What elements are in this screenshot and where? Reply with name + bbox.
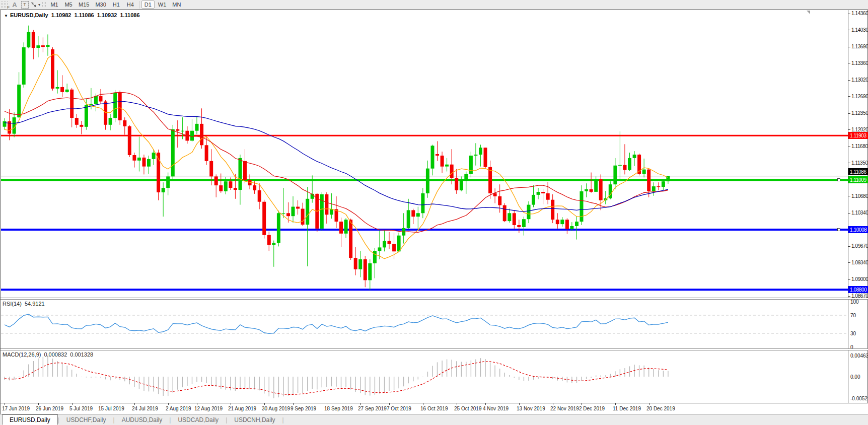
date-tick-label: 2 Dec 2019 (579, 406, 605, 411)
timeframe-w1[interactable]: W1 (156, 1, 169, 9)
main-chart-pane[interactable] (1, 10, 848, 298)
price-tick (848, 213, 850, 214)
price-tick (848, 63, 850, 63)
macd-main-value: 0.000832 (44, 351, 67, 358)
price-badge-1.10008: 1.10008 (848, 226, 868, 233)
date-tick (360, 403, 361, 405)
price-tick (848, 129, 850, 130)
date-tick (134, 403, 135, 405)
price-tick-label: 1.13690 (851, 44, 868, 49)
price-tick (848, 163, 850, 163)
date-tick (615, 403, 616, 405)
toolbar-separator (139, 1, 139, 9)
date-axis[interactable]: 17 Jun 201926 Jun 20195 Jul 201915 Jul 2… (1, 403, 868, 414)
date-tick-label: 20 Dec 2019 (646, 406, 675, 411)
date-tick-label: 30 Aug 2019 (262, 406, 290, 411)
chart-title: ▼EURUSD,Daily1.109821.110861.109321.1108… (4, 12, 143, 18)
timeframe-m15[interactable]: M15 (76, 1, 92, 9)
price-tick (848, 279, 850, 280)
chart-shift-marker[interactable] (807, 11, 810, 14)
tab-separator: | (282, 416, 284, 423)
date-tick (5, 403, 5, 405)
timeframe-mn[interactable]: MN (170, 1, 183, 9)
price-tick (848, 262, 850, 263)
ohlc-low: 1.10932 (97, 12, 117, 18)
chart-tab-eurusd[interactable]: EURUSD,Daily (2, 414, 58, 425)
timeframe-h1[interactable]: H1 (110, 1, 123, 9)
price-tick-label: 1.14030 (851, 27, 868, 33)
macd-scale-label: 0.00463 (850, 353, 868, 359)
price-tick (848, 296, 850, 297)
date-tick (101, 403, 101, 405)
date-tick (649, 403, 649, 405)
top-toolbar: F A T ▾ M1M5M15M30H1H4D1W1MN (0, 0, 868, 10)
macd-signal-value: 0.001328 (70, 351, 93, 358)
chart-tab-usdcad[interactable]: USDCAD,Daily (171, 415, 226, 425)
macd-scale-label: -0.00529 (850, 396, 868, 401)
date-tick-label: 12 Aug 2019 (194, 406, 223, 411)
price-tick (848, 147, 850, 147)
price-axis-line (848, 10, 848, 403)
date-tick-label: 13 Nov 2019 (517, 406, 545, 411)
price-tick (848, 14, 850, 14)
cursor-arrows-icon (30, 1, 37, 8)
macd-indicator-label: MACD(12,26,9)0.0008320.001328 (3, 351, 96, 358)
price-tick-label: 1.14360 (851, 11, 868, 16)
rsi-pane[interactable] (1, 300, 848, 348)
price-tick-label: 1.11680 (851, 144, 868, 149)
timeframe-d1[interactable]: D1 (141, 1, 155, 9)
toolbar-handle-f-icon[interactable]: F (1, 1, 8, 8)
date-tick-label: 2 Aug 2019 (166, 406, 191, 411)
font-tool-icon[interactable]: A (10, 1, 19, 9)
text-label-tool-button[interactable]: T (20, 1, 29, 9)
timeframe-h4[interactable]: H4 (124, 1, 137, 9)
timeframe-m30[interactable]: M30 (93, 1, 108, 9)
timeframe-toolbar: M1M5M15M30H1H4D1W1MN (47, 1, 184, 9)
date-tick-label: 17 Jun 2019 (2, 406, 30, 411)
price-tick-label: 1.09670 (851, 243, 868, 249)
price-tick (848, 196, 850, 196)
date-tick-label: 26 Jun 2019 (36, 406, 63, 411)
timeframe-m5[interactable]: M5 (62, 1, 75, 9)
date-tick (519, 403, 520, 405)
chart-tab-audusd[interactable]: AUDUSD,Daily (115, 415, 170, 425)
price-tick-label: 1.13020 (851, 77, 868, 83)
timeframe-m1[interactable]: M1 (48, 1, 61, 9)
timeframe-toolbar-grip[interactable] (42, 2, 46, 8)
chart-window: ▼EURUSD,Daily1.109821.110861.109321.1108… (0, 10, 868, 414)
price-tick-label: 1.12350 (851, 110, 868, 116)
date-tick-label: 27 Sep 2019 (358, 406, 387, 411)
line-selection-handle[interactable] (837, 178, 840, 181)
date-tick-label: 21 Aug 2019 (228, 406, 256, 411)
date-tick-label: 7 Oct 2019 (387, 406, 411, 411)
date-tick (168, 403, 169, 405)
macd-scale-label: 0.00 (850, 374, 860, 380)
price-tick-label: 1.13360 (851, 60, 868, 66)
price-tick-label: 1.09340 (851, 260, 868, 265)
price-tick-label: 1.11350 (851, 160, 868, 166)
price-tick-label: 1.10680 (851, 193, 868, 199)
date-tick (197, 403, 197, 405)
chart-dropdown-icon[interactable]: ▼ (4, 14, 8, 18)
date-tick (72, 403, 73, 405)
date-tick-label: 15 Jul 2019 (98, 406, 124, 411)
price-tick (848, 246, 850, 247)
symbol-tab-bar: EURUSD,Daily|USDCHF,Daily|AUDUSD,Daily|U… (0, 414, 868, 425)
pane-splitter-rsi[interactable] (1, 298, 868, 300)
drawing-tools-dropdown[interactable]: ▾ (30, 1, 40, 9)
price-tick (848, 113, 850, 114)
price-tick (848, 96, 850, 97)
ohlc-close: 1.11086 (120, 12, 139, 18)
dropdown-caret-icon: ▾ (38, 3, 40, 7)
date-tick (423, 403, 423, 405)
rsi-value: 54.9121 (25, 301, 45, 307)
chart-tab-usdcnh[interactable]: USDCNH,Daily (227, 415, 282, 425)
price-tick-label: 1.12690 (851, 94, 868, 99)
price-tick (848, 80, 850, 81)
pane-splitter-macd[interactable] (1, 348, 868, 350)
price-badge-1.11009: 1.11009 (848, 176, 868, 183)
date-tick-label: 22 Nov 2019 (550, 406, 579, 411)
line-selection-handle[interactable] (837, 228, 840, 231)
chart-tab-usdchf[interactable]: USDCHF,Daily (59, 415, 113, 425)
macd-pane[interactable] (1, 350, 848, 403)
